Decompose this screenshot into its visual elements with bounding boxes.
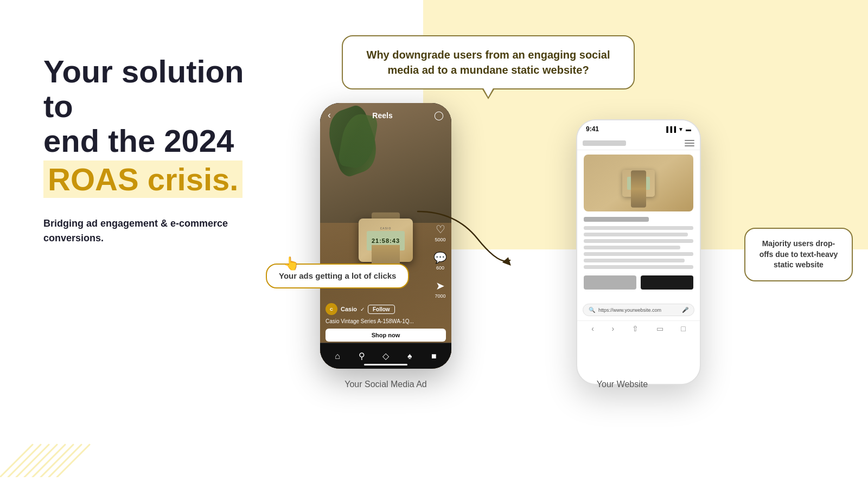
svg-line-2 (16, 445, 49, 477)
website-phone-label-container: Your Website (560, 380, 685, 389)
website-content: 21:58 (577, 150, 700, 299)
subheadline: Bridging ad engagement & e-commerce conv… (43, 216, 277, 246)
svg-line-6 (49, 445, 81, 477)
callout-dropoffs-text: Majority users drop-offs due to text-hea… (757, 239, 840, 271)
headline-line1: Your solution to (43, 54, 277, 124)
website-text-lines (584, 226, 693, 269)
callout-clicks: 👆 Your ads getting a lot of clicks (266, 264, 409, 288)
shop-nav-icon[interactable]: ◇ (378, 351, 393, 361)
browser-back-icon[interactable]: ‹ (591, 324, 594, 333)
social-phone-label: Your Social Media Ad (320, 380, 451, 389)
phone-screen-social: CASIO 21:58:43 WATER RESIST WR ‹ Reels ◯ (320, 103, 451, 369)
search-nav-icon[interactable]: ⚲ (354, 351, 369, 361)
follow-button[interactable]: Follow (368, 305, 395, 314)
profile-nav-icon[interactable]: ■ (426, 351, 442, 361)
comment-icon[interactable]: 💬 (433, 251, 447, 264)
svg-line-0 (0, 445, 33, 477)
comment-icon-group: 💬 600 (433, 251, 447, 271)
share-icon[interactable]: ➤ (435, 279, 445, 292)
callout-clicks-text: Your ads getting a lot of clicks (279, 271, 396, 280)
comment-count: 600 (433, 265, 447, 271)
left-panel: Your solution to end the 2024 ROAS crisi… (43, 54, 277, 246)
website-product-image: 21:58 (584, 155, 693, 211)
text-line-3 (584, 239, 693, 243)
signal-icon: ▐▐▐ (665, 126, 676, 132)
account-avatar: C (326, 303, 337, 315)
text-line-7 (584, 265, 693, 269)
website-logo-placeholder (583, 140, 626, 146)
website-phone: 9:41 ▐▐▐ ▼ ▬ (576, 119, 701, 385)
website-gray-button[interactable] (584, 275, 636, 290)
social-bottom-info: C Casio ✓ Follow Casio Vintage Series A-… (320, 303, 451, 342)
watch-time: 21:58:43 (372, 237, 400, 244)
share-count: 7000 (435, 293, 445, 299)
diagonal-lines-decoration (0, 369, 108, 477)
callout-dropoffs: Majority users drop-offs due to text-hea… (744, 228, 853, 281)
hamburger-menu-icon[interactable] (685, 140, 694, 146)
svg-line-4 (33, 445, 65, 477)
svg-line-3 (24, 445, 57, 477)
address-bar[interactable]: 🔍 https://www.yourwebsite.com 🎤 (583, 304, 694, 316)
text-line-1 (584, 226, 693, 230)
like-icon[interactable]: ♡ (435, 223, 445, 236)
account-row: C Casio ✓ Follow (326, 303, 446, 315)
text-line-5 (584, 252, 693, 256)
url-text: https://www.yourwebsite.com (598, 307, 679, 313)
svg-line-7 (57, 445, 90, 477)
back-icon[interactable]: ‹ (328, 110, 331, 121)
bag-nav-icon[interactable]: ♠ (402, 351, 417, 361)
reels-top-bar: ‹ Reels ◯ (320, 103, 451, 127)
browser-bookmark-icon[interactable]: ▭ (656, 324, 663, 333)
text-line-4 (584, 246, 680, 249)
home-indicator (364, 364, 407, 365)
browser-navigation: ‹ › ⇧ ▭ □ (577, 320, 700, 336)
wifi-icon: ▼ (678, 126, 684, 132)
status-icons: ▐▐▐ ▼ ▬ (665, 126, 691, 132)
like-icon-group: ♡ 5000 (435, 223, 445, 242)
svg-line-1 (8, 445, 41, 477)
svg-line-5 (41, 445, 73, 477)
address-search-icon: 🔍 (589, 307, 595, 313)
website-top-bar (577, 138, 700, 150)
home-nav-icon[interactable]: ⌂ (330, 351, 345, 361)
reels-label: Reels (372, 111, 392, 120)
browser-share-icon[interactable]: ⇧ (632, 324, 639, 333)
social-media-phone: CASIO 21:58:43 WATER RESIST WR ‹ Reels ◯ (320, 103, 451, 369)
headline-line2: end the 2024 (43, 124, 277, 158)
status-time: 9:41 (586, 125, 599, 133)
camera-icon[interactable]: ◯ (434, 110, 444, 120)
website-status-bar: 9:41 ▐▐▐ ▼ ▬ (577, 120, 700, 138)
mini-watch-band-top (631, 170, 646, 189)
social-phone-label-container: Your Social Media Ad (320, 380, 451, 389)
product-name: Casio Vintage Series A-158WA-1Q... (326, 318, 446, 324)
speech-bubble-top-text: Why downgrade users from an engaging soc… (360, 47, 616, 78)
clicks-emoji: 👆 (283, 256, 299, 271)
text-line-6 (584, 259, 685, 262)
speech-bubble-top: Why downgrade users from an engaging soc… (342, 35, 635, 89)
headline-roas: ROAS crisis. (43, 160, 242, 198)
product-title-placeholder (584, 217, 649, 222)
website-buttons-row (584, 275, 693, 290)
shop-now-button[interactable]: Shop now (326, 329, 446, 342)
phones-container: CASIO 21:58:43 WATER RESIST WR ‹ Reels ◯ (320, 103, 701, 385)
social-side-icons: ♡ 5000 💬 600 ➤ 7000 (433, 223, 447, 299)
website-black-button[interactable] (641, 275, 693, 290)
like-count: 5000 (435, 237, 445, 242)
headline: Your solution to end the 2024 ROAS crisi… (43, 54, 277, 197)
mini-watch-band-bottom (631, 188, 646, 207)
battery-icon: ▬ (686, 126, 691, 132)
browser-tabs-icon[interactable]: □ (681, 324, 685, 333)
browser-forward-icon[interactable]: › (612, 324, 615, 333)
account-name: Casio (341, 306, 357, 312)
text-line-2 (584, 233, 688, 236)
mic-icon: 🎤 (682, 307, 688, 313)
right-panel: Why downgrade users from an engaging soc… (304, 0, 868, 488)
website-phone-label: Your Website (560, 380, 685, 389)
share-icon-group: ➤ 7000 (435, 279, 445, 299)
